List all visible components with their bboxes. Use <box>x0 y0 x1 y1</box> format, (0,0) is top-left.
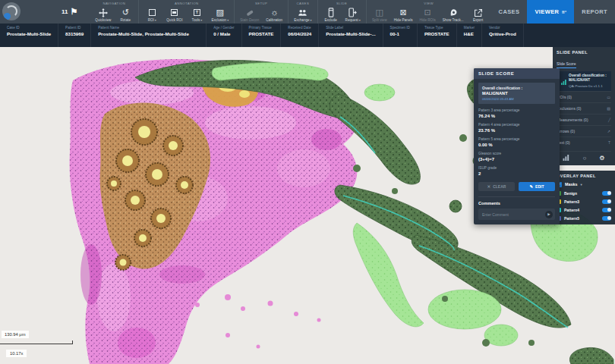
show-track-button[interactable]: Show Track... <box>443 8 464 22</box>
calibration-button[interactable]: ☼ Calibration <box>266 8 282 22</box>
rotate-icon: ↺ <box>122 8 129 17</box>
exclusion-row-icon: ▨ <box>607 106 610 111</box>
people-icon <box>298 8 308 17</box>
group-cases: CASES Exchange▾ <box>288 0 317 24</box>
group-setup: SETUP Stain Decon ☼ Calibration <box>234 0 288 24</box>
chevron-down-icon: ▾ <box>200 18 202 22</box>
model-version: QAi Prostate Dx v1.1.1 <box>569 84 609 89</box>
flag-count-value: 11 <box>62 8 68 15</box>
button-label: Exchange <box>294 18 309 22</box>
panel-row-measurements[interactable]: Measurements (0) ╱ <box>557 114 611 125</box>
quickview-button[interactable]: Quickview <box>95 8 111 22</box>
scale-bar: 130.94 μm 10.17x <box>0 325 73 358</box>
send-comment-icon[interactable]: ▶ <box>545 211 553 218</box>
quick-roi-button[interactable]: Quick ROI <box>166 8 182 22</box>
chevron-down-icon: ▾ <box>311 18 312 22</box>
flagged-count[interactable]: 11 ⚑ <box>62 0 77 24</box>
exclude-slide-button[interactable]: Exclude <box>323 8 339 22</box>
scale-length-label: 130.94 μm <box>2 331 29 338</box>
circle-icon[interactable]: ○ <box>582 155 586 162</box>
roi-button[interactable]: ROI▾ <box>144 8 159 22</box>
tools-button[interactable]: T Tools▾ <box>189 8 204 22</box>
classification-timestamp: 06/06/2024 05:43 AM <box>482 97 551 101</box>
export-button[interactable]: Export <box>471 8 486 22</box>
exclusion-button[interactable]: ▨ Exclusion▾ <box>211 8 229 22</box>
measurement-row-icon: ╱ <box>608 118 610 122</box>
field-value: 0 / Male <box>213 31 234 36</box>
edit-button[interactable]: ✎ EDIT <box>519 182 555 191</box>
chevron-down-icon: ▾ <box>155 18 156 22</box>
layer-pattern5: Pattern5 <box>557 216 611 221</box>
panel-row-text[interactable]: Text (0) T <box>557 136 611 148</box>
group-label: SLIDE <box>336 2 347 5</box>
button-label: Quickview <box>95 18 111 22</box>
rotate-button[interactable]: ↺ Rotate <box>118 8 133 22</box>
edit-label: EDIT <box>535 184 544 189</box>
main-nav-tabs: CASES VIEWER ≣* REPORT ? <box>491 0 615 24</box>
metric-label: Pattern 5 area percentage <box>478 137 555 141</box>
metric-value: (3+4)=7 <box>478 157 555 162</box>
metric-value: 76.24 % <box>478 114 555 118</box>
chevron-down-icon: ▾ <box>227 18 229 22</box>
panel-row-rois[interactable]: ROIs (0) ▭ <box>557 91 611 102</box>
hide-panels-button[interactable]: ⊠ Hide Panels <box>394 8 413 22</box>
hide-panels-icon: ⊠ <box>400 8 407 17</box>
benign-toggle[interactable] <box>602 191 611 196</box>
field-label: Age / Gender <box>213 26 234 30</box>
classification-label: Overall classification : <box>482 86 551 90</box>
top-toolbar: 11 ⚑ NAVIGATION Quickview ↺ Rotate <box>0 0 615 24</box>
tab-report[interactable]: REPORT <box>574 0 615 24</box>
clear-label: CLEAR <box>493 184 506 189</box>
chart-icon[interactable] <box>563 155 569 161</box>
classification-item[interactable]: Overall classification : MALIGNANT QAi P… <box>557 71 611 91</box>
masks-dropdown[interactable]: ✓ Masks ▾ <box>557 182 611 187</box>
row-label: Measurements (0) <box>557 118 588 122</box>
tab-cases[interactable]: CASES <box>491 0 528 24</box>
exchange-button[interactable]: Exchange▾ <box>294 8 311 22</box>
pattern3-toggle[interactable] <box>602 199 611 204</box>
field-value: 06/04/2024 <box>288 31 311 36</box>
pencil-icon: ✎ <box>530 184 534 189</box>
field-label: Received Date <box>288 26 311 30</box>
field-label: Vendor <box>489 26 516 30</box>
field-label: Patient Name <box>98 26 199 30</box>
panel-row-exclusions[interactable]: Exclusions (0) ▨ <box>557 102 611 114</box>
comment-input-row: ▶ <box>478 209 555 220</box>
tab-viewer[interactable]: VIEWER ≣* <box>527 0 574 24</box>
field-patient-name: Patient Name Prostate-Multi-Slide, Prost… <box>91 24 207 47</box>
clear-button[interactable]: ✕ CLEAR <box>478 182 515 191</box>
split-view-button: ◫ Split view <box>372 8 387 22</box>
pattern4-toggle[interactable] <box>602 208 611 212</box>
panel-row-arrows[interactable]: Arrows (0) ↗ <box>557 125 611 136</box>
slide-score-popup: SLIDE SCORE Overall classification : MAL… <box>474 68 560 224</box>
gear-icon[interactable]: ⚙ <box>599 155 604 162</box>
layer-benign: Benign <box>557 191 611 196</box>
classification-value: MALIGNANT <box>482 91 551 96</box>
field-value: 00-1 <box>390 31 410 36</box>
quick-roi-icon <box>171 8 178 17</box>
button-label: Hide Panels <box>394 18 413 22</box>
field-patient-id: Patient ID 8315969 <box>58 24 91 47</box>
hide-rois-icon: ⊡ <box>424 8 431 17</box>
tab-viewer-label: VIEWER <box>535 8 559 15</box>
group-label: NAVIGATION <box>102 2 125 5</box>
button-label: Hide ROIs <box>420 18 436 22</box>
layer-name: Pattern5 <box>564 216 599 221</box>
tab-slide-score[interactable]: Slide Score <box>557 61 576 68</box>
field-label: Slide Label <box>326 26 375 30</box>
magnification-label: 10.17x <box>6 350 27 357</box>
pattern5-toggle[interactable] <box>602 216 611 221</box>
button-label: Show Track... <box>443 18 464 22</box>
text-tool-icon: T <box>194 8 200 17</box>
hide-rois-button: ⊡ Hide ROIs <box>420 8 436 22</box>
overlay-panel: OVERLAY PANEL ✓ Masks ▾ Benign Pattern3 … <box>553 171 615 224</box>
slide-icon <box>328 8 334 17</box>
group-annotation: ANNOTATION ROI▾ Quick ROI T Tools▾ <box>138 0 234 24</box>
request-slide-button[interactable]: Request▾ <box>345 8 361 22</box>
button-label: ROI <box>148 18 154 22</box>
button-label: Split view <box>372 18 386 22</box>
scale-line <box>0 340 73 344</box>
row-label: Exclusions (0) <box>557 106 581 111</box>
comment-input[interactable] <box>482 212 543 217</box>
move-icon <box>99 8 108 17</box>
